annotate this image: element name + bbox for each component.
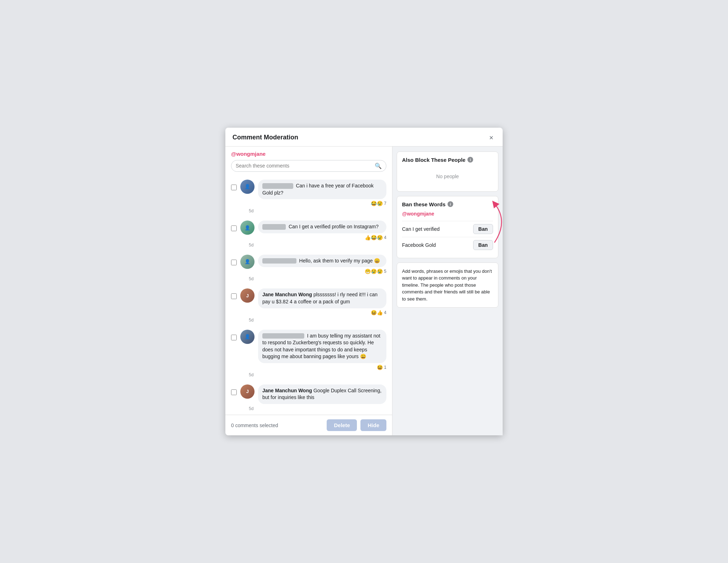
modal: Comment Moderation × @wongmjane 🔍 👤 — [225, 128, 503, 435]
avatar: 👤 — [240, 180, 255, 194]
avatar: 👤 — [240, 255, 255, 269]
also-block-info-icon[interactable]: i — [467, 157, 473, 163]
avatar: 👤 — [240, 330, 255, 344]
comment-item: 👤 ██ ██ ██, Can I get a verified profile… — [225, 217, 392, 242]
comment-author: Jane Manchun Wong — [262, 388, 312, 393]
reaction-count: 5 — [384, 269, 386, 274]
comment-timestamp: 5d — [225, 276, 392, 285]
anon-name: ████ █████ — [262, 183, 293, 189]
comment-timestamp: 5d — [225, 242, 392, 251]
close-button[interactable]: × — [487, 133, 496, 142]
ban-word-label: Facebook Gold — [402, 242, 436, 248]
also-block-title: Also Block These People i — [402, 157, 493, 163]
comment-content: ████ █████ Can i have a free year of Fac… — [258, 180, 386, 206]
anon-name: ████ ████ ████ — [262, 333, 304, 339]
modal-title: Comment Moderation — [232, 134, 298, 141]
ban-username: @wongmjane — [402, 211, 493, 217]
modal-header: Comment Moderation × — [225, 128, 503, 147]
search-bar: 🔍 — [231, 160, 386, 172]
comment-content: ██ ██ ██, Can I get a verified profile o… — [258, 221, 386, 240]
reaction-count: 4 — [384, 235, 386, 240]
search-input[interactable] — [236, 163, 375, 169]
reaction-emojis: 😂😢 — [371, 201, 383, 206]
no-people-label: No people — [402, 166, 493, 186]
comment-reactions: 👍😂😢 4 — [258, 235, 386, 240]
anon-name: ██ ██ ██, — [262, 224, 286, 230]
modal-body: @wongmjane 🔍 👤 ████ █████ Can i have — [225, 147, 503, 435]
comment-bubble: ████ █████ Can i have a free year of Fac… — [258, 180, 386, 199]
comment-checkbox-1[interactable] — [231, 185, 237, 190]
username-link[interactable]: @wongmjane — [231, 151, 266, 157]
ban-word-row: Facebook Gold Ban — [402, 237, 493, 253]
anon-name: █████ █████ — [262, 258, 296, 264]
comment-content: ████ ████ ████ I am busy telling my assi… — [258, 330, 386, 370]
comment-item: J Jane Manchun Wong Google Duplex Call S… — [225, 381, 392, 405]
tooltip-text: Add words, phrases or emojis that you do… — [402, 269, 492, 302]
comment-bubble: Jane Manchun Wong plsssssss! i rly need … — [258, 288, 386, 308]
also-block-card: Also Block These People i No people — [397, 152, 498, 192]
comment-item: J Jane Manchun Wong plsssssss! i rly nee… — [225, 285, 392, 317]
footer-count: 0 comments selected — [231, 423, 278, 428]
footer-actions: Delete Hide — [327, 419, 386, 431]
ban-words-title: Ban these Words i — [402, 201, 493, 207]
reaction-count: 1 — [384, 365, 386, 370]
comment-timestamp: 5d — [225, 405, 392, 415]
comment-reactions: 😁😢😢 5 — [258, 269, 386, 274]
comment-bubble: ██ ██ ██, Can I get a verified profile o… — [258, 221, 386, 233]
tooltip-card: Add words, phrases or emojis that you do… — [397, 262, 498, 308]
comment-reactions: 😂😢 7 — [258, 201, 386, 206]
ban-words-card: Ban these Words i @wongmjane Can I get v… — [397, 196, 498, 258]
comment-checkbox-5[interactable] — [231, 335, 237, 340]
comment-content: Jane Manchun Wong Google Duplex Call Scr… — [258, 384, 386, 404]
modal-footer: 0 comments selected Delete Hide — [225, 415, 392, 435]
user-header: @wongmjane — [225, 147, 392, 160]
reaction-count: 4 — [384, 310, 386, 315]
comment-bubble: Jane Manchun Wong Google Duplex Call Scr… — [258, 384, 386, 404]
comment-timestamp: 5d — [225, 372, 392, 381]
comment-checkbox-6[interactable] — [231, 389, 237, 395]
avatar: 👤 — [240, 221, 255, 235]
left-panel: @wongmjane 🔍 👤 ████ █████ Can i have — [225, 147, 392, 435]
comment-timestamp: 5d — [225, 208, 392, 217]
comment-reactions: 😆👍 4 — [258, 310, 386, 315]
comment-bubble: ████ ████ ████ I am busy telling my assi… — [258, 330, 386, 363]
comment-content: Jane Manchun Wong plsssssss! i rly need … — [258, 288, 386, 315]
reaction-emojis: 👍😂😢 — [365, 235, 383, 240]
reaction-count: 7 — [384, 201, 386, 206]
delete-button[interactable]: Delete — [327, 419, 357, 431]
ban-button-1[interactable]: Ban — [473, 224, 493, 234]
avatar: J — [240, 384, 255, 399]
comment-item: 👤 █████ █████ Hello, ask them to verify … — [225, 251, 392, 276]
comment-author: Jane Manchun Wong — [262, 292, 312, 297]
comment-reactions: 😆 1 — [258, 365, 386, 370]
reaction-emojis: 😆👍 — [371, 310, 383, 315]
search-icon[interactable]: 🔍 — [375, 163, 382, 169]
comment-checkbox-2[interactable] — [231, 225, 237, 231]
reaction-emojis: 😁😢😢 — [365, 269, 383, 274]
ban-word-label: Can I get verified — [402, 226, 440, 232]
hide-button[interactable]: Hide — [360, 419, 386, 431]
comment-timestamp: 5d — [225, 317, 392, 326]
ban-words-info-icon[interactable]: i — [448, 201, 453, 207]
comment-checkbox-4[interactable] — [231, 293, 237, 299]
comment-item: 👤 ████ █████ Can i have a free year of F… — [225, 176, 392, 208]
comment-bubble: █████ █████ Hello, ask them to verify my… — [258, 255, 386, 267]
comments-list: 👤 ████ █████ Can i have a free year of F… — [225, 176, 392, 415]
comment-text: Can I get a verified profile on Instagra… — [289, 224, 379, 229]
comment-text: Hello, ask them to verify my page 😀 — [299, 258, 380, 264]
right-panel: Also Block These People i No people Ban … — [392, 147, 503, 435]
reaction-emojis: 😆 — [377, 365, 383, 370]
avatar: J — [240, 288, 255, 303]
comment-content: █████ █████ Hello, ask them to verify my… — [258, 255, 386, 275]
comment-item: 👤 ████ ████ ████ I am busy telling my as… — [225, 326, 392, 372]
ban-word-row: Can I get verified Ban — [402, 221, 493, 237]
comment-checkbox-3[interactable] — [231, 260, 237, 265]
ban-button-2[interactable]: Ban — [473, 240, 493, 250]
